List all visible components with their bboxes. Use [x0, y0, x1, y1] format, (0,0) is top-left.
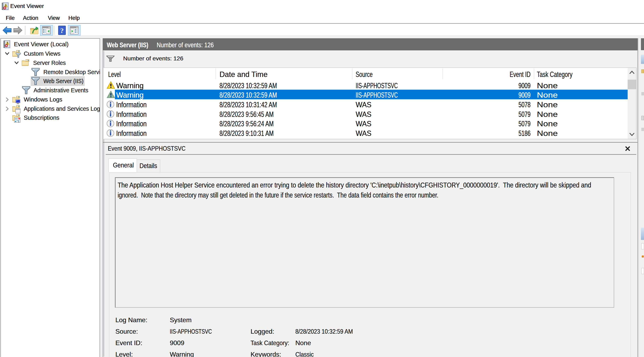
svg-text:?: ?	[60, 27, 64, 34]
